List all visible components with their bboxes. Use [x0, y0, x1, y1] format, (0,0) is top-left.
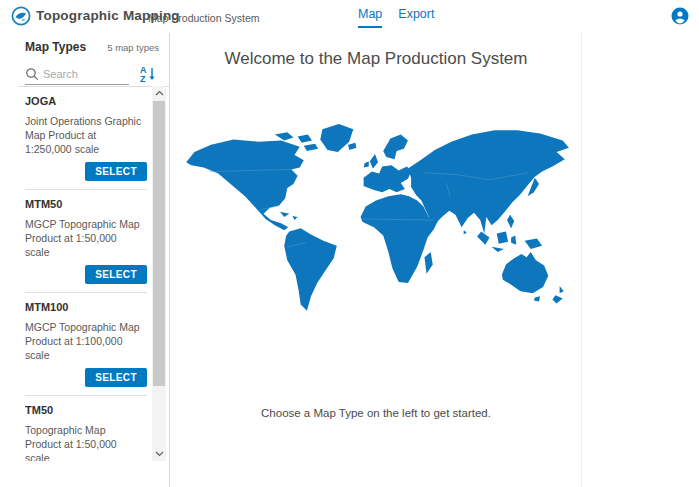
- tab-map[interactable]: Map: [358, 7, 382, 28]
- map-type-name: MTM100: [25, 301, 147, 313]
- search-row: A Z: [25, 63, 159, 87]
- map-type-description: MGCP Topographic Map Product at 1:50,000…: [25, 217, 143, 259]
- app-subtitle: Map Production System: [148, 12, 259, 24]
- tab-export[interactable]: Export: [398, 7, 434, 28]
- select-button[interactable]: SELECT: [85, 265, 147, 284]
- main-panel: Welcome to the Map Production System: [171, 33, 582, 487]
- select-button[interactable]: SELECT: [85, 368, 147, 387]
- list-scrollbar: [152, 86, 166, 461]
- world-map-image: [180, 121, 572, 317]
- search-icon: [25, 67, 39, 81]
- map-type-description: MGCP Topographic Map Product at 1:100,00…: [25, 320, 143, 362]
- header-tabs: Map Export: [358, 7, 434, 28]
- map-type-description: Topographic Map Product at 1:50,000 scal…: [25, 423, 143, 461]
- map-types-panel: Map Types 5 map types A Z: [0, 33, 170, 487]
- globe-logo-icon: [11, 6, 31, 26]
- map-type-description: Joint Operations Graphic Map Product at …: [25, 114, 143, 156]
- map-type-item: MTM100 MGCP Topographic Map Product at 1…: [25, 293, 147, 396]
- scroll-down-icon[interactable]: [152, 447, 166, 461]
- welcome-title: Welcome to the Map Production System: [171, 49, 581, 69]
- scrollbar-thumb[interactable]: [153, 101, 165, 386]
- search-input[interactable]: [43, 68, 125, 80]
- world-landmasses: [186, 124, 569, 311]
- svg-text:Z: Z: [140, 74, 146, 84]
- app-header: Topographic Mapping Map Production Syste…: [0, 0, 699, 33]
- sort-az-icon[interactable]: A Z: [139, 64, 157, 84]
- account-icon[interactable]: [671, 7, 689, 25]
- map-type-item: MTM50 MGCP Topographic Map Product at 1:…: [25, 190, 147, 293]
- instruction-text: Choose a Map Type on the left to get sta…: [171, 407, 581, 419]
- map-type-name: JOGA: [25, 95, 147, 107]
- map-type-item: JOGA Joint Operations Graphic Map Produc…: [25, 87, 147, 190]
- map-type-name: MTM50: [25, 198, 147, 210]
- map-type-count: 5 map types: [107, 42, 159, 53]
- map-type-item: TM50 Topographic Map Product at 1:50,000…: [25, 396, 147, 461]
- map-production-app: Topographic Mapping Map Production Syste…: [0, 0, 699, 487]
- panel-title: Map Types: [25, 40, 86, 54]
- map-type-list: JOGA Joint Operations Graphic Map Produc…: [18, 86, 169, 461]
- map-type-name: TM50: [25, 404, 147, 416]
- select-button[interactable]: SELECT: [85, 162, 147, 181]
- scroll-up-icon[interactable]: [152, 86, 166, 100]
